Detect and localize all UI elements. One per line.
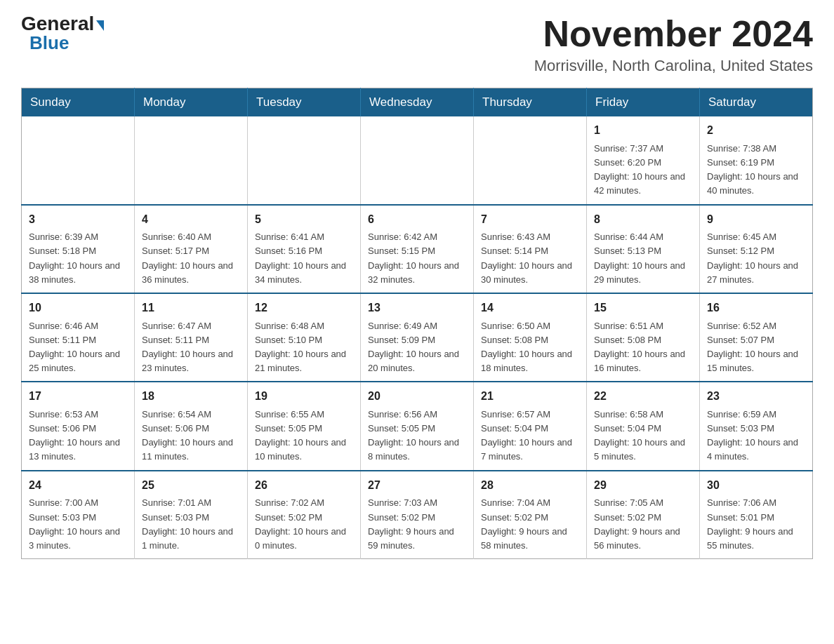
calendar-week-row: 10Sunrise: 6:46 AM Sunset: 5:11 PM Dayli…: [22, 293, 813, 382]
day-info: Sunrise: 7:00 AM Sunset: 5:03 PM Dayligh…: [29, 497, 120, 550]
day-number: 14: [481, 300, 579, 317]
calendar-day-cell: [361, 116, 474, 204]
calendar-day-cell: 22Sunrise: 6:58 AM Sunset: 5:04 PM Dayli…: [587, 382, 700, 470]
calendar-day-header: Wednesday: [361, 88, 474, 117]
logo-blue-text: Blue: [29, 32, 69, 54]
calendar-day-cell: 17Sunrise: 6:53 AM Sunset: 5:06 PM Dayli…: [22, 382, 135, 470]
day-number: 29: [594, 477, 692, 495]
calendar-day-cell: 10Sunrise: 6:46 AM Sunset: 5:11 PM Dayli…: [22, 293, 135, 382]
calendar-day-header: Tuesday: [248, 88, 361, 117]
calendar-day-cell: [135, 116, 248, 204]
calendar-day-cell: 26Sunrise: 7:02 AM Sunset: 5:02 PM Dayli…: [248, 471, 361, 559]
day-number: 5: [255, 211, 353, 229]
day-info: Sunrise: 7:06 AM Sunset: 5:01 PM Dayligh…: [707, 497, 793, 550]
logo-arrow-icon: [96, 20, 104, 31]
calendar-day-cell: 25Sunrise: 7:01 AM Sunset: 5:03 PM Dayli…: [135, 471, 248, 559]
logo: General Blue: [21, 14, 104, 54]
day-number: 30: [707, 477, 805, 495]
day-number: 22: [594, 388, 692, 405]
day-number: 25: [142, 477, 240, 495]
day-number: 20: [368, 388, 466, 405]
day-number: 12: [255, 300, 353, 317]
page-subtitle: Morrisville, North Carolina, United Stat…: [534, 57, 813, 75]
calendar-week-row: 3Sunrise: 6:39 AM Sunset: 5:18 PM Daylig…: [22, 205, 813, 293]
day-number: 7: [481, 211, 579, 229]
day-number: 11: [142, 300, 240, 317]
day-number: 24: [29, 477, 127, 495]
calendar-week-row: 24Sunrise: 7:00 AM Sunset: 5:03 PM Dayli…: [22, 471, 813, 559]
day-info: Sunrise: 6:55 AM Sunset: 5:05 PM Dayligh…: [255, 409, 346, 462]
calendar-day-cell: [474, 116, 587, 204]
calendar-day-cell: 19Sunrise: 6:55 AM Sunset: 5:05 PM Dayli…: [248, 382, 361, 470]
day-number: 18: [142, 388, 240, 405]
day-info: Sunrise: 6:59 AM Sunset: 5:03 PM Dayligh…: [707, 409, 798, 462]
day-info: Sunrise: 7:03 AM Sunset: 5:02 PM Dayligh…: [368, 497, 454, 550]
calendar-day-cell: 15Sunrise: 6:51 AM Sunset: 5:08 PM Dayli…: [587, 293, 700, 382]
day-info: Sunrise: 6:52 AM Sunset: 5:07 PM Dayligh…: [707, 321, 798, 373]
day-info: Sunrise: 6:57 AM Sunset: 5:04 PM Dayligh…: [481, 409, 572, 462]
calendar-day-header: Thursday: [474, 88, 587, 117]
calendar-day-cell: 21Sunrise: 6:57 AM Sunset: 5:04 PM Dayli…: [474, 382, 587, 470]
calendar-day-header: Monday: [135, 88, 248, 117]
day-number: 21: [481, 388, 579, 405]
calendar-day-cell: 6Sunrise: 6:42 AM Sunset: 5:15 PM Daylig…: [361, 205, 474, 293]
day-info: Sunrise: 6:40 AM Sunset: 5:17 PM Dayligh…: [142, 232, 233, 284]
day-number: 6: [368, 211, 466, 229]
day-info: Sunrise: 7:37 AM Sunset: 6:20 PM Dayligh…: [594, 143, 685, 196]
day-info: Sunrise: 6:50 AM Sunset: 5:08 PM Dayligh…: [481, 321, 572, 373]
calendar-day-cell: 24Sunrise: 7:00 AM Sunset: 5:03 PM Dayli…: [22, 471, 135, 559]
day-info: Sunrise: 6:46 AM Sunset: 5:11 PM Dayligh…: [29, 321, 120, 373]
day-number: 13: [368, 300, 466, 317]
day-info: Sunrise: 6:45 AM Sunset: 5:12 PM Dayligh…: [707, 232, 798, 284]
day-info: Sunrise: 6:39 AM Sunset: 5:18 PM Dayligh…: [29, 232, 120, 284]
calendar-day-cell: [248, 116, 361, 204]
logo-general-text: General: [21, 14, 94, 34]
calendar-day-header: Saturday: [700, 88, 813, 117]
calendar-day-cell: 27Sunrise: 7:03 AM Sunset: 5:02 PM Dayli…: [361, 471, 474, 559]
calendar-day-cell: 28Sunrise: 7:04 AM Sunset: 5:02 PM Dayli…: [474, 471, 587, 559]
day-number: 27: [368, 477, 466, 495]
day-info: Sunrise: 6:58 AM Sunset: 5:04 PM Dayligh…: [594, 409, 685, 462]
day-number: 26: [255, 477, 353, 495]
day-info: Sunrise: 7:02 AM Sunset: 5:02 PM Dayligh…: [255, 497, 346, 550]
day-number: 16: [707, 300, 805, 317]
day-number: 1: [594, 122, 692, 140]
calendar-day-header: Sunday: [22, 88, 135, 117]
day-number: 17: [29, 388, 127, 405]
day-info: Sunrise: 6:48 AM Sunset: 5:10 PM Dayligh…: [255, 321, 346, 373]
calendar-day-cell: 13Sunrise: 6:49 AM Sunset: 5:09 PM Dayli…: [361, 293, 474, 382]
calendar-week-row: 17Sunrise: 6:53 AM Sunset: 5:06 PM Dayli…: [22, 382, 813, 470]
page-header: General Blue November 2024 Morrisville, …: [21, 14, 813, 75]
calendar-day-cell: 14Sunrise: 6:50 AM Sunset: 5:08 PM Dayli…: [474, 293, 587, 382]
day-number: 15: [594, 300, 692, 317]
day-number: 9: [707, 211, 805, 229]
day-number: 10: [29, 300, 127, 317]
day-info: Sunrise: 6:42 AM Sunset: 5:15 PM Dayligh…: [368, 232, 459, 284]
day-info: Sunrise: 7:05 AM Sunset: 5:02 PM Dayligh…: [594, 497, 680, 550]
calendar-day-cell: 1Sunrise: 7:37 AM Sunset: 6:20 PM Daylig…: [587, 116, 700, 204]
calendar-day-header: Friday: [587, 88, 700, 117]
calendar-week-row: 1Sunrise: 7:37 AM Sunset: 6:20 PM Daylig…: [22, 116, 813, 204]
day-info: Sunrise: 6:47 AM Sunset: 5:11 PM Dayligh…: [142, 321, 233, 373]
calendar-day-cell: 20Sunrise: 6:56 AM Sunset: 5:05 PM Dayli…: [361, 382, 474, 470]
calendar-day-cell: 16Sunrise: 6:52 AM Sunset: 5:07 PM Dayli…: [700, 293, 813, 382]
calendar-day-cell: 23Sunrise: 6:59 AM Sunset: 5:03 PM Dayli…: [700, 382, 813, 470]
day-number: 8: [594, 211, 692, 229]
day-info: Sunrise: 6:53 AM Sunset: 5:06 PM Dayligh…: [29, 409, 120, 462]
day-number: 4: [142, 211, 240, 229]
calendar-day-cell: 4Sunrise: 6:40 AM Sunset: 5:17 PM Daylig…: [135, 205, 248, 293]
day-number: 19: [255, 388, 353, 405]
calendar-day-cell: 11Sunrise: 6:47 AM Sunset: 5:11 PM Dayli…: [135, 293, 248, 382]
day-info: Sunrise: 6:51 AM Sunset: 5:08 PM Dayligh…: [594, 321, 685, 373]
calendar-day-cell: 30Sunrise: 7:06 AM Sunset: 5:01 PM Dayli…: [700, 471, 813, 559]
calendar-day-cell: 7Sunrise: 6:43 AM Sunset: 5:14 PM Daylig…: [474, 205, 587, 293]
calendar-day-cell: 5Sunrise: 6:41 AM Sunset: 5:16 PM Daylig…: [248, 205, 361, 293]
day-info: Sunrise: 7:38 AM Sunset: 6:19 PM Dayligh…: [707, 143, 798, 196]
day-info: Sunrise: 6:43 AM Sunset: 5:14 PM Dayligh…: [481, 232, 572, 284]
calendar-day-cell: 8Sunrise: 6:44 AM Sunset: 5:13 PM Daylig…: [587, 205, 700, 293]
day-info: Sunrise: 6:54 AM Sunset: 5:06 PM Dayligh…: [142, 409, 233, 462]
calendar-day-cell: 18Sunrise: 6:54 AM Sunset: 5:06 PM Dayli…: [135, 382, 248, 470]
calendar-day-cell: 9Sunrise: 6:45 AM Sunset: 5:12 PM Daylig…: [700, 205, 813, 293]
day-info: Sunrise: 6:41 AM Sunset: 5:16 PM Dayligh…: [255, 232, 346, 284]
calendar-day-cell: 3Sunrise: 6:39 AM Sunset: 5:18 PM Daylig…: [22, 205, 135, 293]
